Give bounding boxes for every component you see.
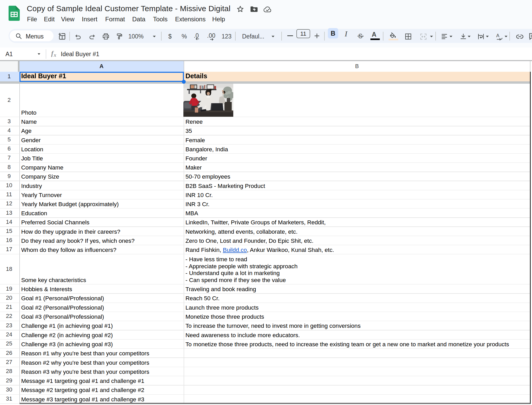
svg-text:A: A bbox=[496, 33, 500, 38]
svg-text:x: x bbox=[54, 52, 56, 58]
